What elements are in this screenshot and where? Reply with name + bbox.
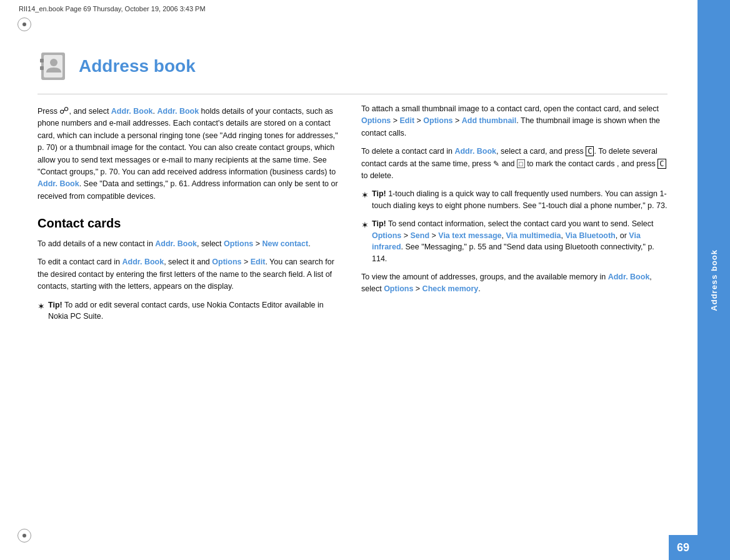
tip-icon-1: ✶ bbox=[38, 300, 45, 313]
file-info: RII14_en.book Page 69 Thursday, October … bbox=[19, 5, 206, 12]
addr-book-link-2: Addr. Book bbox=[157, 107, 199, 116]
options-link-6: Options bbox=[384, 284, 413, 293]
tip-icon-3: ✶ bbox=[361, 219, 369, 232]
svg-rect-2 bbox=[40, 59, 44, 62]
options-link-2: Options bbox=[212, 258, 241, 266]
svg-point-4 bbox=[50, 59, 58, 66]
page-number: 69 bbox=[677, 541, 689, 554]
options-link-3: Options bbox=[361, 116, 391, 125]
tip-block-3: ✶ Tip! To send contact information, sele… bbox=[361, 218, 668, 265]
svg-rect-1 bbox=[44, 55, 62, 78]
options-link-4: Options bbox=[423, 116, 452, 125]
contact-cards-para2: To edit a contact card in Addr. Book, se… bbox=[38, 256, 344, 292]
edit-link-1: Edit bbox=[251, 258, 266, 266]
tip-content-3: Tip! To send contact information, select… bbox=[372, 218, 668, 265]
via-text-link: Via text message bbox=[438, 231, 501, 240]
via-bluetooth-link: Via Bluetooth bbox=[565, 231, 615, 240]
reg-mark-bottom-left bbox=[18, 529, 31, 542]
header-divider bbox=[38, 94, 668, 94]
contact-cards-para1: To add details of a new contact in Addr.… bbox=[38, 238, 344, 250]
via-multimedia-link: Via multimedia bbox=[506, 231, 561, 240]
check-memory-link: Check memory bbox=[422, 284, 479, 293]
addr-book-link-1: Addr. Book bbox=[111, 107, 153, 116]
addr-book-link-5: Addr. Book bbox=[122, 258, 164, 266]
addr-book-link-3: Addr. Book bbox=[38, 179, 79, 188]
addr-book-link-7: Addr. Book bbox=[608, 272, 650, 281]
tip-block-1: ✶ Tip! To add or edit several contact ca… bbox=[38, 299, 344, 323]
edit-link-2: Edit bbox=[399, 116, 414, 125]
tip-label-3: Tip! bbox=[372, 219, 386, 228]
new-contact-link: New contact bbox=[262, 239, 309, 248]
right-para-3: To view the amount of addresses, groups,… bbox=[361, 271, 668, 296]
intro-paragraph: Press ☍, and select Addr. Book. Addr. Bo… bbox=[38, 103, 344, 202]
tip-block-2: ✶ Tip! 1-touch dialing is a quick way to… bbox=[361, 188, 668, 212]
send-link: Send bbox=[410, 231, 429, 240]
add-thumbnail-link: Add thumbnail bbox=[462, 116, 517, 125]
tip-content-1: Tip! To add or edit several contact card… bbox=[48, 299, 344, 323]
reg-mark-top-left bbox=[18, 18, 31, 31]
main-content: Address book Press ☍, and select Addr. B… bbox=[38, 31, 668, 529]
right-para-1: To attach a small thumbnail image to a c… bbox=[361, 103, 668, 139]
right-para-2: To delete a contact card in Addr. Book, … bbox=[361, 146, 668, 182]
addr-book-link-6: Addr. Book bbox=[454, 147, 496, 156]
options-link-5: Options bbox=[372, 231, 401, 240]
tip-label-1: Tip! bbox=[48, 301, 62, 309]
right-sidebar: Address book bbox=[698, 0, 730, 560]
page-header: Address book bbox=[38, 50, 668, 82]
addr-book-link-4: Addr. Book bbox=[155, 239, 197, 248]
options-link-1: Options bbox=[224, 239, 253, 248]
two-column-layout: Press ☍, and select Addr. Book. Addr. Bo… bbox=[38, 103, 668, 329]
page-number-box: 69 bbox=[669, 535, 698, 560]
svg-rect-3 bbox=[40, 66, 44, 70]
left-column: Press ☍, and select Addr. Book. Addr. Bo… bbox=[38, 103, 344, 329]
tip-content-2: Tip! 1-touch dialing is a quick way to c… bbox=[372, 188, 668, 212]
page-title: Address book bbox=[79, 56, 196, 76]
tip-icon-2: ✶ bbox=[361, 189, 369, 202]
sidebar-label: Address book bbox=[709, 249, 719, 311]
address-book-icon bbox=[38, 50, 70, 82]
contact-cards-heading: Contact cards bbox=[38, 214, 344, 233]
right-column: To attach a small thumbnail image to a c… bbox=[361, 103, 668, 329]
tip-label-2: Tip! bbox=[372, 189, 386, 198]
top-bar: RII14_en.book Page 69 Thursday, October … bbox=[19, 5, 711, 12]
